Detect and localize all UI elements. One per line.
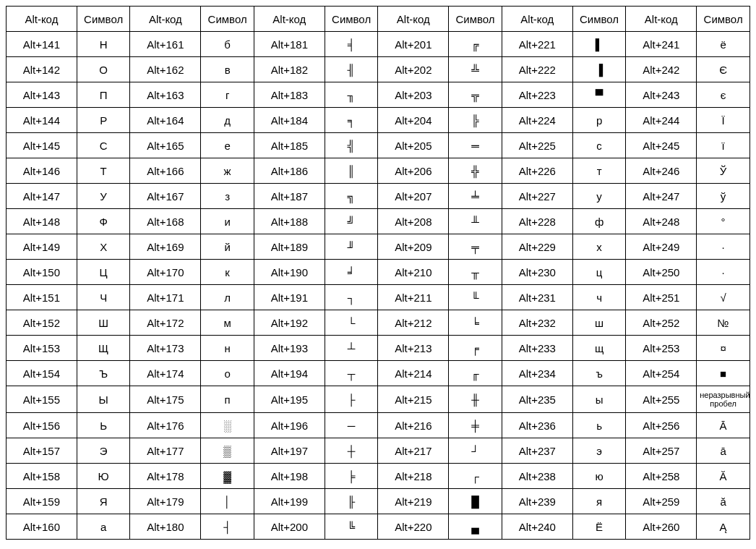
code-cell: Alt+177 xyxy=(130,438,201,464)
symbol-cell: и xyxy=(201,209,254,234)
symbol-cell: ч xyxy=(572,285,626,310)
symbol-cell: ╚ xyxy=(325,514,378,540)
table-row: Alt+155ЫAlt+175пAlt+195├Alt+215╫Alt+235ы… xyxy=(7,386,750,413)
symbol-cell: ╢ xyxy=(325,57,378,82)
symbol-cell: ┐ xyxy=(325,285,378,310)
table-row: Alt+150ЦAlt+170кAlt+190╛Alt+210╥Alt+230ц… xyxy=(7,260,750,285)
code-cell: Alt+203 xyxy=(378,82,449,108)
symbol-cell: ї xyxy=(697,133,750,158)
code-cell: Alt+206 xyxy=(378,158,449,184)
code-cell: Alt+231 xyxy=(502,285,572,310)
symbol-cell: Ы xyxy=(77,386,130,413)
code-cell: Alt+175 xyxy=(130,386,201,413)
symbol-cell: ╜ xyxy=(325,234,378,260)
symbol-cell: Ъ xyxy=(77,361,130,386)
symbol-cell: Ш xyxy=(77,310,130,336)
symbol-cell: а xyxy=(77,514,130,540)
code-cell: Alt+255 xyxy=(626,386,697,413)
table-row: Alt+142ОAlt+162вAlt+182╢Alt+202╩Alt+222▐… xyxy=(7,57,750,82)
code-cell: Alt+172 xyxy=(130,310,201,336)
header-symbol: Символ xyxy=(449,7,502,32)
code-cell: Alt+227 xyxy=(502,184,572,209)
symbol-cell: ā xyxy=(697,438,750,464)
symbol-cell: ы xyxy=(572,386,626,413)
symbol-cell: № xyxy=(697,310,750,336)
code-cell: Alt+162 xyxy=(130,57,201,82)
code-cell: Alt+235 xyxy=(502,386,572,413)
code-cell: Alt+258 xyxy=(626,464,697,489)
symbol-cell: О xyxy=(77,57,130,82)
code-cell: Alt+200 xyxy=(254,514,325,540)
code-cell: Alt+202 xyxy=(378,57,449,82)
symbol-cell: ╧ xyxy=(449,184,502,209)
code-cell: Alt+190 xyxy=(254,260,325,285)
code-cell: Alt+208 xyxy=(378,209,449,234)
code-cell: Alt+253 xyxy=(626,336,697,361)
symbol-cell: ┘ xyxy=(449,438,502,464)
code-cell: Alt+196 xyxy=(254,413,325,438)
symbol-cell: ╨ xyxy=(449,209,502,234)
symbol-cell: ю xyxy=(572,464,626,489)
header-code: Alt-код xyxy=(7,7,77,32)
symbol-cell: г xyxy=(201,82,254,108)
table-body: Alt+141НAlt+161бAlt+181╡Alt+201╔Alt+221▌… xyxy=(7,32,750,540)
symbol-cell: ╒ xyxy=(449,336,502,361)
code-cell: Alt+189 xyxy=(254,234,325,260)
symbol-cell: ▄ xyxy=(449,514,502,540)
code-cell: Alt+239 xyxy=(502,489,572,514)
symbol-cell: ∙ xyxy=(697,234,750,260)
symbol-cell: ф xyxy=(572,209,626,234)
symbol-cell: █ xyxy=(449,489,502,514)
symbol-cell: ь xyxy=(572,413,626,438)
symbol-cell: неразрывный пробел xyxy=(697,386,750,413)
header-row: Alt-код Символ Alt-код Символ Alt-код Си… xyxy=(7,7,750,32)
header-code: Alt-код xyxy=(626,7,697,32)
code-cell: Alt+155 xyxy=(7,386,77,413)
symbol-cell: ╕ xyxy=(325,108,378,133)
code-cell: Alt+216 xyxy=(378,413,449,438)
symbol-cell: Ā xyxy=(697,413,750,438)
symbol-cell: Ą xyxy=(697,514,750,540)
code-cell: Alt+180 xyxy=(130,514,201,540)
header-code: Alt-код xyxy=(254,7,325,32)
header-code: Alt-код xyxy=(378,7,449,32)
table-row: Alt+148ФAlt+168иAlt+188╝Alt+208╨Alt+228ф… xyxy=(7,209,750,234)
header-symbol: Символ xyxy=(325,7,378,32)
symbol-cell: Є xyxy=(697,57,750,82)
code-cell: Alt+217 xyxy=(378,438,449,464)
code-cell: Alt+256 xyxy=(626,413,697,438)
code-cell: Alt+166 xyxy=(130,158,201,184)
code-cell: Alt+187 xyxy=(254,184,325,209)
code-cell: Alt+224 xyxy=(502,108,572,133)
code-cell: Alt+151 xyxy=(7,285,77,310)
code-cell: Alt+176 xyxy=(130,413,201,438)
symbol-cell: Щ xyxy=(77,336,130,361)
table-row: Alt+143ПAlt+163гAlt+183╖Alt+203╦Alt+223▀… xyxy=(7,82,750,108)
code-cell: Alt+211 xyxy=(378,285,449,310)
code-cell: Alt+157 xyxy=(7,438,77,464)
symbol-cell: ╫ xyxy=(449,386,502,413)
symbol-cell: ▐ xyxy=(572,57,626,82)
code-cell: Alt+254 xyxy=(626,361,697,386)
code-cell: Alt+213 xyxy=(378,336,449,361)
code-cell: Alt+247 xyxy=(626,184,697,209)
symbol-cell: ╥ xyxy=(449,260,502,285)
code-cell: Alt+191 xyxy=(254,285,325,310)
symbol-cell: о xyxy=(201,361,254,386)
symbol-cell: у xyxy=(572,184,626,209)
symbol-cell: м xyxy=(201,310,254,336)
symbol-cell: щ xyxy=(572,336,626,361)
symbol-cell: с xyxy=(572,133,626,158)
symbol-cell: Я xyxy=(77,489,130,514)
symbol-cell: э xyxy=(572,438,626,464)
symbol-cell: Ь xyxy=(77,413,130,438)
table-row: Alt+144РAlt+164дAlt+184╕Alt+204╠Alt+224р… xyxy=(7,108,750,133)
code-cell: Alt+154 xyxy=(7,361,77,386)
symbol-cell: ă xyxy=(697,489,750,514)
header-code: Alt-код xyxy=(502,7,572,32)
symbol-cell: ╦ xyxy=(449,82,502,108)
code-cell: Alt+225 xyxy=(502,133,572,158)
symbol-cell: ░ xyxy=(201,413,254,438)
symbol-cell: ё xyxy=(697,32,750,57)
code-cell: Alt+143 xyxy=(7,82,77,108)
